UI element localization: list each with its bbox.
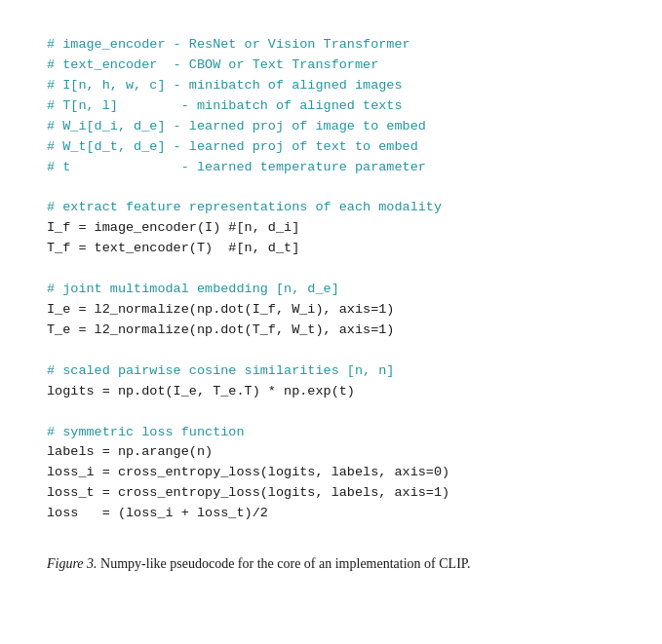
code-block: # image_encoder - ResNet or Vision Trans… — [29, 19, 633, 540]
figure-text: Numpy-like pseudocode for the core of an… — [97, 556, 471, 571]
figure-label: Figure 3. — [47, 556, 97, 571]
figure-caption: Figure 3. Numpy-like pseudocode for the … — [29, 540, 633, 584]
code-container: # image_encoder - ResNet or Vision Trans… — [29, 19, 633, 540]
